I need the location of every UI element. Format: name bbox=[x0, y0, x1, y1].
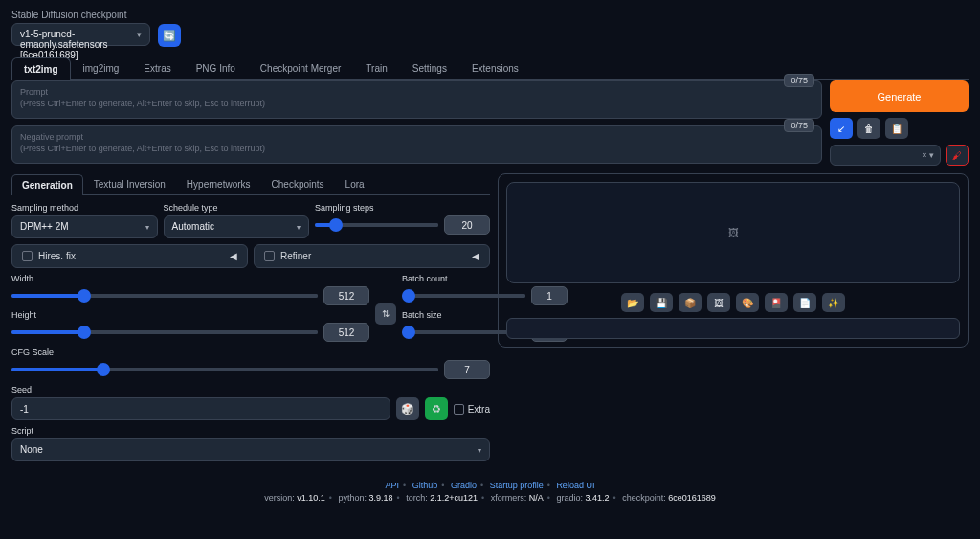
hires-label: Hires. fix bbox=[38, 251, 76, 261]
width-label: Width bbox=[11, 274, 369, 283]
xformers-value: N/A bbox=[529, 493, 544, 503]
palette-icon: 🎨 bbox=[742, 298, 753, 308]
startup-link[interactable]: Startup profile bbox=[490, 481, 544, 490]
height-input[interactable] bbox=[323, 323, 369, 342]
batch-count-label: Batch count bbox=[402, 274, 490, 283]
doc-icon: 📄 bbox=[799, 298, 811, 308]
prompt-input[interactable] bbox=[11, 80, 822, 119]
image-icon: 🖼 bbox=[714, 298, 724, 308]
tab-pnginfo[interactable]: PNG Info bbox=[184, 56, 248, 79]
reload-link[interactable]: Reload UI bbox=[556, 481, 594, 490]
send-img2img-button[interactable]: 🖼 bbox=[707, 293, 730, 312]
sampling-steps-slider[interactable] bbox=[315, 223, 438, 227]
tab-settings[interactable]: Settings bbox=[400, 56, 459, 79]
clear-button[interactable]: 🗑 bbox=[858, 118, 880, 139]
tab-extensions[interactable]: Extensions bbox=[459, 56, 531, 79]
zip-icon: 📦 bbox=[684, 298, 696, 308]
width-input[interactable] bbox=[323, 286, 369, 305]
grid-icon: 🎴 bbox=[770, 298, 782, 308]
generation-info bbox=[506, 318, 960, 339]
python-value: 3.9.18 bbox=[369, 493, 393, 503]
trash-icon: 🗑 bbox=[864, 124, 874, 134]
triangle-left-icon: ◀ bbox=[230, 251, 237, 261]
subtab-generation[interactable]: Generation bbox=[11, 174, 83, 195]
checkpoint-hash: 6ce0161689 bbox=[668, 493, 716, 503]
hires-fix-accordion[interactable]: Hires. fix ◀ bbox=[11, 244, 248, 268]
save-button[interactable]: 💾 bbox=[650, 293, 673, 312]
script-select[interactable]: None bbox=[11, 438, 490, 461]
refiner-checkbox[interactable] bbox=[264, 251, 275, 261]
sampling-method-label: Sampling method bbox=[11, 203, 158, 213]
github-link[interactable]: Github bbox=[412, 481, 438, 490]
zip-button[interactable]: 📦 bbox=[679, 293, 702, 312]
checkpoint-label: Stable Diffusion checkpoint bbox=[11, 10, 150, 20]
subtab-checkpoints[interactable]: Checkpoints bbox=[261, 173, 335, 194]
torch-value: 2.1.2+cu121 bbox=[430, 493, 478, 503]
seed-label: Seed bbox=[11, 385, 490, 394]
tab-merger[interactable]: Checkpoint Merger bbox=[248, 56, 353, 79]
reuse-seed-button[interactable]: ♻ bbox=[425, 397, 448, 420]
tab-extras[interactable]: Extras bbox=[131, 56, 183, 79]
gradio-link[interactable]: Gradio bbox=[451, 481, 477, 490]
dice-icon: 🎲 bbox=[401, 403, 414, 415]
upscale-button[interactable]: ✨ bbox=[822, 293, 845, 312]
refiner-label: Refiner bbox=[280, 251, 311, 261]
subtab-lora[interactable]: Lora bbox=[335, 173, 375, 194]
prompt-counter: 0/75 bbox=[784, 74, 814, 87]
neg-prompt-input[interactable] bbox=[11, 125, 822, 164]
subtab-hyper[interactable]: Hypernetworks bbox=[176, 173, 261, 194]
cfg-slider[interactable] bbox=[11, 368, 438, 371]
send-extras-button[interactable]: 🎴 bbox=[765, 293, 788, 312]
script-label: Script bbox=[11, 426, 490, 436]
tab-train[interactable]: Train bbox=[353, 56, 399, 79]
refresh-checkpoint-button[interactable]: 🔄 bbox=[158, 24, 181, 47]
open-folder-button[interactable]: 📂 bbox=[621, 293, 644, 312]
sampling-steps-label: Sampling steps bbox=[315, 203, 490, 213]
gen-subtabs: Generation Textual Inversion Hypernetwor… bbox=[11, 173, 490, 195]
apply-style-button[interactable]: 🖌 bbox=[946, 145, 969, 166]
version-value: v1.10.1 bbox=[297, 493, 325, 503]
doc-button[interactable]: 📄 bbox=[793, 293, 816, 312]
hires-checkbox[interactable] bbox=[22, 251, 33, 261]
cfg-input[interactable] bbox=[444, 360, 490, 379]
paste-button[interactable]: 📋 bbox=[885, 118, 908, 139]
height-slider[interactable] bbox=[11, 330, 318, 334]
sampling-steps-input[interactable] bbox=[444, 215, 490, 235]
schedule-type-select[interactable]: Automatic bbox=[164, 215, 310, 238]
schedule-type-label: Schedule type bbox=[164, 203, 310, 213]
main-tabs: txt2img img2img Extras PNG Info Checkpoi… bbox=[11, 56, 969, 80]
footer: API• Github• Gradio• Startup profile• Re… bbox=[11, 481, 969, 503]
image-placeholder-icon: 🖼 bbox=[728, 227, 739, 238]
generate-button[interactable]: Generate bbox=[830, 80, 969, 112]
height-label: Height bbox=[11, 310, 369, 320]
subtab-textual[interactable]: Textual Inversion bbox=[83, 173, 176, 194]
checkpoint-select[interactable]: v1-5-pruned-emaonly.safetensors [6ce0161… bbox=[11, 23, 150, 46]
brush-icon: 🖌 bbox=[952, 150, 962, 161]
width-slider[interactable] bbox=[11, 294, 318, 298]
interrogate-button[interactable]: ↙ bbox=[830, 118, 853, 139]
arrow-icon: ↙ bbox=[837, 124, 845, 134]
triangle-left-icon: ◀ bbox=[472, 251, 479, 261]
paste-icon: 📋 bbox=[891, 124, 902, 134]
swap-dimensions-button[interactable]: ⇅ bbox=[375, 303, 396, 325]
tab-img2img[interactable]: img2img bbox=[71, 56, 132, 79]
extra-seed-toggle[interactable]: Extra bbox=[454, 404, 490, 415]
cfg-label: CFG Scale bbox=[11, 348, 490, 357]
random-seed-button[interactable]: 🎲 bbox=[396, 397, 419, 420]
refiner-accordion[interactable]: Refiner ◀ bbox=[254, 244, 490, 268]
recycle-icon: ♻ bbox=[432, 403, 441, 415]
swap-icon: ⇅ bbox=[382, 308, 390, 319]
save-icon: 💾 bbox=[656, 298, 667, 308]
gradio-value: 3.41.2 bbox=[585, 493, 609, 503]
sampling-method-select[interactable]: DPM++ 2M bbox=[11, 215, 158, 238]
folder-icon: 📂 bbox=[627, 298, 638, 308]
neg-prompt-counter: 0/75 bbox=[784, 119, 814, 132]
tab-txt2img[interactable]: txt2img bbox=[11, 57, 71, 80]
batch-size-label: Batch size bbox=[402, 310, 490, 320]
styles-select[interactable] bbox=[830, 145, 941, 166]
send-inpaint-button[interactable]: 🎨 bbox=[736, 293, 759, 312]
api-link[interactable]: API bbox=[386, 481, 400, 490]
output-image-area: 🖼 bbox=[506, 182, 960, 283]
sparkle-icon: ✨ bbox=[828, 298, 839, 308]
seed-input[interactable] bbox=[11, 397, 390, 420]
